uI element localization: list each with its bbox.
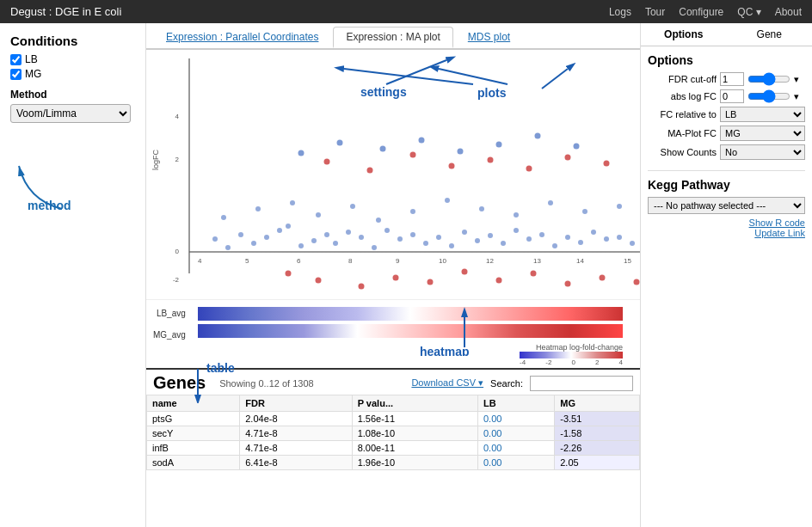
col-name: name	[147, 395, 240, 412]
tab-mds-plot[interactable]: MDS plot	[455, 27, 523, 48]
svg-point-98	[380, 146, 386, 152]
svg-point-36	[397, 236, 403, 242]
svg-point-83	[600, 275, 606, 281]
svg-point-21	[212, 236, 218, 242]
center-and-right: Expression : Parallel Coordinates Expres…	[146, 23, 812, 527]
kegg-links: Show R code Update Link	[648, 218, 805, 238]
svg-point-94	[604, 161, 610, 167]
kegg-pathway-select[interactable]: --- No pathway selected ---	[648, 197, 805, 214]
heatmap-label-mg: MG_avg	[153, 330, 186, 340]
option-show-counts-select[interactable]: No Yes	[720, 144, 805, 160]
option-abs-logfc-label: abs log FC	[648, 91, 717, 101]
genes-title: Genes	[153, 373, 206, 393]
right-panel: Options Gene Options FDR cut-off ▾ abs l	[640, 23, 812, 527]
cell-name: ptsG	[147, 412, 240, 426]
nav-about[interactable]: About	[775, 6, 802, 18]
tab-gene[interactable]: Gene	[727, 23, 813, 46]
svg-point-38	[423, 241, 428, 246]
search-input[interactable]	[530, 376, 633, 391]
table-row: sodA 6.41e-8 1.96e-10 0.00 2.05	[147, 456, 640, 470]
cell-mg: -3.51	[555, 412, 640, 426]
option-fc-relative: FC relative to LB MG	[648, 107, 805, 122]
cell-lb: 0.00	[478, 426, 555, 441]
svg-point-51	[591, 230, 596, 235]
svg-point-89	[410, 152, 416, 158]
svg-point-68	[479, 206, 484, 211]
option-fdr-input[interactable]	[720, 72, 744, 86]
option-fdr-slider[interactable]	[747, 72, 790, 86]
nav-logs[interactable]: Logs	[609, 6, 631, 18]
tab-ma-plot[interactable]: Expression : MA plot	[333, 27, 452, 48]
svg-point-31	[333, 241, 338, 246]
option-ma-plot-fc-select[interactable]: LB MG	[720, 126, 805, 141]
svg-text:9: 9	[396, 257, 400, 265]
tab-parallel-coords[interactable]: Expression : Parallel Coordinates	[153, 27, 331, 48]
svg-point-64	[350, 204, 355, 209]
option-fc-relative-label: FC relative to	[648, 109, 717, 119]
svg-point-77	[393, 275, 399, 281]
cell-name: sodA	[147, 456, 240, 470]
svg-point-24	[251, 241, 256, 246]
svg-point-44	[501, 241, 506, 246]
method-annotation: method	[28, 199, 71, 212]
svg-point-48	[552, 243, 557, 248]
nav-configure[interactable]: Configure	[679, 6, 723, 18]
svg-point-34	[372, 245, 377, 250]
genes-controls: Download CSV ▾ Search:	[411, 376, 633, 391]
svg-point-47	[539, 232, 544, 237]
cell-mg: -2.26	[555, 441, 640, 456]
svg-point-79	[462, 269, 468, 275]
svg-point-29	[311, 238, 317, 243]
kegg-show-r-code[interactable]: Show R code	[648, 218, 805, 228]
heatmap-legend-bar	[520, 352, 623, 358]
nav-qc[interactable]: QC ▾	[737, 6, 760, 18]
options-title: Options	[648, 53, 805, 67]
sidebar: Conditions LB MG Method Voom/Limma metho…	[0, 23, 146, 527]
cell-name: infB	[147, 441, 240, 456]
svg-point-81	[531, 271, 537, 277]
svg-point-40	[449, 243, 454, 248]
download-csv-button[interactable]: Download CSV ▾	[411, 377, 483, 389]
svg-point-97	[337, 140, 343, 146]
svg-text:10: 10	[439, 257, 446, 265]
option-abs-logfc-input[interactable]	[720, 89, 744, 103]
tab-options[interactable]: Options	[641, 23, 727, 46]
option-fc-relative-select[interactable]: LB MG	[720, 107, 805, 122]
svg-text:15: 15	[624, 257, 631, 265]
svg-point-101	[496, 142, 502, 148]
option-fdr-dropdown-icon[interactable]: ▾	[794, 74, 799, 85]
col-lb: LB	[478, 395, 555, 412]
svg-point-30	[324, 232, 329, 237]
genes-table-section: Genes Showing 0..12 of 1308 Download CSV…	[146, 368, 640, 470]
svg-point-32	[346, 230, 351, 235]
svg-point-75	[316, 278, 322, 284]
option-abs-logfc-slider[interactable]	[747, 89, 790, 103]
svg-point-70	[548, 200, 553, 205]
condition-mg-checkbox[interactable]	[10, 69, 22, 80]
cell-fdr: 4.71e-8	[240, 426, 352, 441]
method-select[interactable]: Voom/Limma	[10, 104, 131, 123]
svg-text:plots: plots	[477, 86, 507, 100]
svg-text:4: 4	[175, 113, 180, 120]
cell-fdr: 4.71e-8	[240, 441, 352, 456]
svg-point-54	[630, 241, 635, 246]
genes-header: Genes Showing 0..12 of 1308 Download CSV…	[146, 370, 640, 395]
svg-text:6: 6	[297, 257, 301, 265]
svg-point-61	[255, 206, 261, 211]
ma-plot: logFC Avg log expr 4 2 0 -2 4 5 6 8 9	[146, 50, 640, 299]
main-layout: Conditions LB MG Method Voom/Limma metho…	[0, 23, 812, 527]
kegg-update-link[interactable]: Update Link	[648, 228, 805, 238]
condition-lb-checkbox[interactable]	[10, 54, 22, 65]
option-abs-logfc-dropdown-icon[interactable]: ▾	[794, 91, 799, 102]
conditions-title: Conditions	[10, 34, 135, 48]
svg-point-80	[496, 278, 502, 284]
cell-pval: 1.96e-10	[352, 456, 477, 470]
heatmap-bars	[198, 307, 623, 341]
svg-point-25	[264, 235, 269, 240]
svg-point-41	[462, 230, 467, 235]
svg-point-27	[286, 224, 291, 229]
cell-lb: 0.00	[478, 456, 555, 470]
heatmap-labels: LB_avg MG_avg	[153, 309, 186, 352]
cell-lb: 0.00	[478, 441, 555, 456]
nav-tour[interactable]: Tour	[645, 6, 665, 18]
